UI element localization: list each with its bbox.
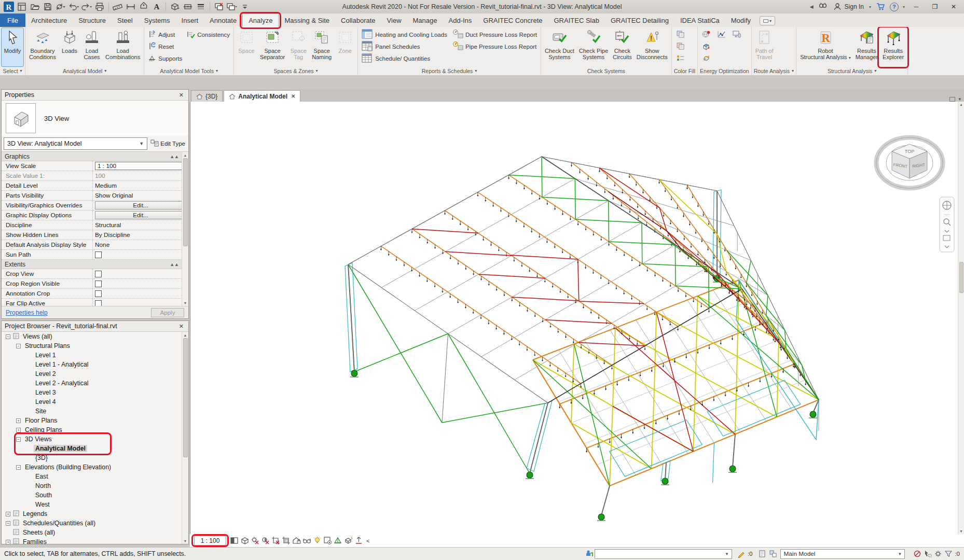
revit-logo-icon[interactable]: R <box>3 2 15 12</box>
ribbon-tab-add-ins[interactable]: Add-Ins <box>443 13 478 27</box>
tree-item-legends[interactable]: +Legends <box>2 509 188 519</box>
ribbon-tab-collaborate[interactable]: Collaborate <box>335 13 381 27</box>
properties-scrollbar[interactable]: ▲▼ <box>182 152 188 306</box>
vcb-expand-icon[interactable]: < <box>366 538 369 544</box>
property-value[interactable] <box>93 279 188 288</box>
drawing-area[interactable]: TOPFRONTRIGHT ▲ ▼ <box>190 102 964 534</box>
panel-label[interactable]: Structural Analysis▾ <box>796 66 907 75</box>
tag-icon[interactable] <box>138 2 149 12</box>
ribbon-tab-structure[interactable]: Structure <box>73 13 112 27</box>
undo-icon[interactable] <box>68 2 79 12</box>
tree-item-views-all-[interactable]: −Views (all) <box>2 332 188 341</box>
results-manager-button[interactable]: ResultsManager <box>853 28 880 66</box>
panel-label[interactable]: Energy Optimization <box>698 66 751 75</box>
property-value[interactable]: By Discipline <box>93 230 188 240</box>
results-explorer-button[interactable]: ResultsExplorer <box>880 28 906 66</box>
tree-item-level-1-analytical[interactable]: Level 1 - Analytical <box>2 360 188 369</box>
property-value[interactable]: Show Original <box>93 191 188 200</box>
crop-view-icon[interactable] <box>271 536 281 545</box>
panel-label[interactable]: Analytical Model Tools▾ <box>144 66 233 75</box>
expand-icon[interactable]: + <box>6 521 10 526</box>
displacement-sets-icon[interactable] <box>343 536 353 545</box>
ribbon-tab-manage[interactable]: Manage <box>407 13 443 27</box>
exclude-options-icon[interactable] <box>912 549 922 559</box>
measure-icon[interactable] <box>112 2 123 12</box>
edit-type-button[interactable]: Edit Type <box>149 139 186 148</box>
duct-legend-button[interactable] <box>675 29 686 39</box>
tree-item-ceiling-plans[interactable]: +Ceiling Plans <box>2 425 188 435</box>
shadows-icon[interactable] <box>260 536 270 545</box>
aligned-dimension-icon[interactable] <box>125 2 136 12</box>
property-value[interactable]: 1 : 100 <box>93 161 188 171</box>
text-icon[interactable]: A <box>151 2 162 12</box>
check-circuits-button[interactable]: CheckCircuits <box>611 28 634 66</box>
collapse-icon[interactable]: − <box>16 344 21 348</box>
ribbon-tab-graitec-detailing[interactable]: GRAITEC Detailing <box>605 13 674 27</box>
energy-create-button[interactable] <box>701 41 712 51</box>
ribbon-tab-annotate[interactable]: Annotate <box>204 13 242 27</box>
modify-button[interactable]: Modify <box>2 28 23 66</box>
design-options-combo[interactable]: Main Model▼ <box>780 549 905 559</box>
collapse-icon[interactable]: − <box>16 465 21 470</box>
color-fill-legend-button[interactable] <box>675 53 686 63</box>
value-editbox[interactable]: 1 : 100 <box>95 162 186 170</box>
panel-label[interactable]: Check Systems <box>541 66 671 75</box>
sheet-issues-icon[interactable] <box>758 549 768 559</box>
print-icon[interactable] <box>94 2 105 12</box>
collapse-icon[interactable]: − <box>16 437 21 442</box>
analytical-model-view[interactable]: TOPFRONTRIGHT <box>190 102 958 534</box>
search-icon[interactable] <box>818 2 828 12</box>
tree-item-level-2-analytical[interactable]: Level 2 - Analytical <box>2 379 188 388</box>
space-tag-button[interactable]: 1SpaceTag <box>287 28 309 66</box>
load-combinations-button[interactable]: LoadCombinations <box>103 28 142 66</box>
checkbox[interactable] <box>95 300 102 306</box>
schedule-quantities-button[interactable]: Schedule/ Quantities <box>360 53 449 64</box>
tree-item--3d-[interactable]: {3D} <box>2 453 188 463</box>
ribbon-tab-steel[interactable]: Steel <box>112 13 139 27</box>
panel-schedules-button[interactable]: Panel Schedules <box>360 41 449 52</box>
view-scale-button[interactable]: 1 : 100 <box>194 536 226 545</box>
ribbon-tab-view[interactable]: View <box>381 13 407 27</box>
file-tab-icon[interactable] <box>16 2 27 12</box>
property-value[interactable]: Edit... <box>93 201 188 210</box>
background-processes-icon[interactable] <box>933 549 943 559</box>
ribbon-tab-graitec-concrete[interactable]: GRAITEC Concrete <box>477 13 548 27</box>
properties-help-link[interactable]: Properties help <box>6 309 48 316</box>
ribbon-tab-idea-statica[interactable]: IDEA StatiCa <box>674 13 725 27</box>
robot-button[interactable]: RRobotStructural Analysis ▾ <box>798 28 853 66</box>
property-value[interactable] <box>93 289 188 298</box>
show-crop-icon[interactable] <box>281 536 291 545</box>
reveal-hidden-icon[interactable] <box>312 536 322 545</box>
ribbon-tab-systems[interactable]: Systems <box>139 13 176 27</box>
tree-item-3d-views[interactable]: −3D Views <box>2 435 188 444</box>
tree-item-floor-plans[interactable]: +Floor Plans <box>2 416 188 425</box>
view-tab-analytical-model[interactable]: Analytical Model✕ <box>224 90 300 102</box>
ribbon-tab-architecture[interactable]: Architecture <box>25 13 73 27</box>
ribbon-display-toggle[interactable]: ▾ <box>760 16 775 25</box>
ribbon-tab-massing-site[interactable]: Massing & Site <box>279 13 335 27</box>
lock-view-icon[interactable] <box>292 536 301 545</box>
panel-label[interactable]: Route Analysis▾ <box>752 66 796 75</box>
expand-icon[interactable]: + <box>6 512 10 516</box>
zone-button[interactable]: Zone <box>334 28 356 66</box>
panel-label[interactable]: Color Fill <box>672 66 697 75</box>
tree-item-site[interactable]: Site <box>2 407 188 416</box>
tree-item-level-3[interactable]: Level 3 <box>2 388 188 397</box>
tree-item-families[interactable]: +Families <box>2 537 188 547</box>
property-value[interactable] <box>93 250 188 259</box>
worksets-icon[interactable] <box>584 549 595 559</box>
checkbox[interactable] <box>95 281 102 287</box>
tree-item-analytical-model[interactable]: Analytical Model <box>2 444 188 453</box>
save-icon[interactable] <box>42 2 53 12</box>
filter-icon[interactable] <box>943 549 954 559</box>
project-browser-close-icon[interactable]: ✕ <box>177 323 185 330</box>
type-selector-dropdown[interactable]: 3D View: Analytical Model▼ <box>4 137 147 150</box>
duct-pressure-button[interactable]: Duct Pressure Loss Report <box>450 29 539 40</box>
reveal-constraints-icon[interactable] <box>354 536 364 545</box>
supports-button[interactable]: Supports <box>146 53 184 64</box>
heating-cooling-button[interactable]: Heating and Cooling Loads <box>360 29 449 40</box>
energy-location-button[interactable] <box>701 29 712 39</box>
close-button[interactable]: ✕ <box>946 2 961 12</box>
tree-item-level-2[interactable]: Level 2 <box>2 369 188 379</box>
customize-qat-icon[interactable] <box>239 2 251 12</box>
